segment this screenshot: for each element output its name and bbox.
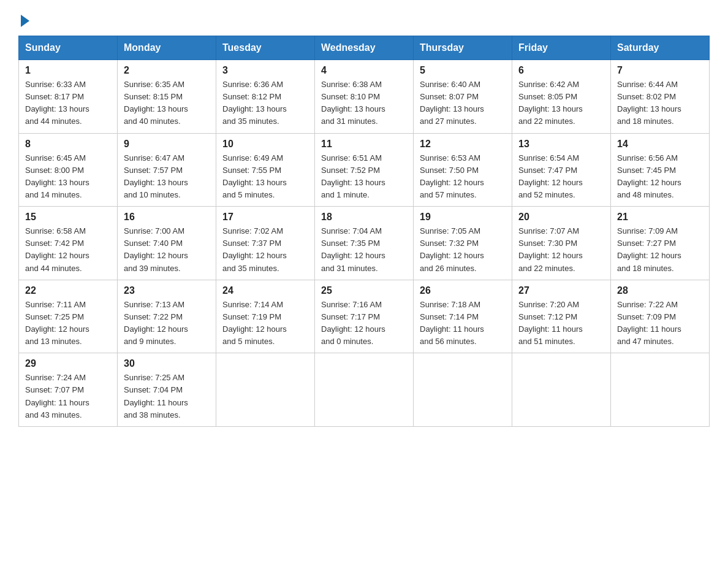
day-info: Sunrise: 7:20 AMSunset: 7:12 PMDaylight:… [518, 300, 583, 346]
day-info: Sunrise: 7:07 AMSunset: 7:30 PMDaylight:… [518, 226, 583, 272]
calendar-cell [315, 353, 414, 427]
day-info: Sunrise: 6:51 AMSunset: 7:52 PMDaylight:… [321, 153, 385, 199]
calendar-cell: 30 Sunrise: 7:25 AMSunset: 7:04 PMDaylig… [118, 353, 216, 427]
calendar-cell: 1 Sunrise: 6:33 AMSunset: 8:17 PMDayligh… [19, 60, 118, 134]
day-number: 5 [420, 65, 506, 76]
calendar-cell: 17 Sunrise: 7:02 AMSunset: 7:37 PMDaylig… [216, 207, 315, 280]
calendar-cell: 11 Sunrise: 6:51 AMSunset: 7:52 PMDaylig… [315, 133, 414, 207]
day-info: Sunrise: 7:00 AMSunset: 7:40 PMDaylight:… [124, 226, 188, 272]
day-info: Sunrise: 6:35 AMSunset: 8:15 PMDaylight:… [124, 80, 188, 126]
day-info: Sunrise: 6:56 AMSunset: 7:45 PMDaylight:… [617, 153, 681, 199]
day-number: 1 [25, 65, 111, 76]
day-info: Sunrise: 6:45 AMSunset: 8:00 PMDaylight:… [25, 153, 89, 199]
calendar-cell [512, 353, 611, 427]
calendar-cell: 10 Sunrise: 6:49 AMSunset: 7:55 PMDaylig… [216, 133, 315, 207]
day-number: 6 [518, 65, 604, 76]
calendar-cell [216, 353, 315, 427]
day-info: Sunrise: 6:44 AMSunset: 8:02 PMDaylight:… [617, 80, 681, 126]
day-info: Sunrise: 6:47 AMSunset: 7:57 PMDaylight:… [124, 153, 188, 199]
day-number: 24 [222, 285, 308, 296]
day-header-friday: Friday [512, 36, 611, 60]
day-number: 16 [124, 212, 210, 223]
day-info: Sunrise: 6:40 AMSunset: 8:07 PMDaylight:… [420, 80, 484, 126]
day-number: 20 [518, 212, 604, 223]
calendar-cell: 16 Sunrise: 7:00 AMSunset: 7:40 PMDaylig… [118, 207, 216, 280]
day-info: Sunrise: 6:33 AMSunset: 8:17 PMDaylight:… [25, 80, 89, 126]
day-header-wednesday: Wednesday [315, 36, 414, 60]
week-row-5: 29 Sunrise: 7:24 AMSunset: 7:07 PMDaylig… [19, 353, 710, 427]
day-number: 11 [321, 139, 407, 150]
day-number: 14 [617, 139, 703, 150]
day-info: Sunrise: 7:13 AMSunset: 7:22 PMDaylight:… [124, 300, 188, 346]
calendar-cell: 25 Sunrise: 7:16 AMSunset: 7:17 PMDaylig… [315, 280, 414, 353]
week-row-1: 1 Sunrise: 6:33 AMSunset: 8:17 PMDayligh… [19, 60, 710, 134]
day-number: 27 [518, 285, 604, 296]
calendar-cell: 8 Sunrise: 6:45 AMSunset: 8:00 PMDayligh… [19, 133, 118, 207]
day-number: 9 [124, 139, 210, 150]
calendar-cell: 3 Sunrise: 6:36 AMSunset: 8:12 PMDayligh… [216, 60, 315, 134]
day-number: 8 [25, 139, 111, 150]
calendar-cell: 24 Sunrise: 7:14 AMSunset: 7:19 PMDaylig… [216, 280, 315, 353]
calendar-cell: 2 Sunrise: 6:35 AMSunset: 8:15 PMDayligh… [118, 60, 216, 134]
page-header [18, 12, 710, 25]
day-number: 7 [617, 65, 703, 76]
calendar-cell [414, 353, 512, 427]
day-info: Sunrise: 6:36 AMSunset: 8:12 PMDaylight:… [222, 80, 287, 126]
day-info: Sunrise: 6:42 AMSunset: 8:05 PMDaylight:… [518, 80, 583, 126]
day-info: Sunrise: 7:05 AMSunset: 7:32 PMDaylight:… [420, 226, 484, 272]
calendar-cell: 9 Sunrise: 6:47 AMSunset: 7:57 PMDayligh… [118, 133, 216, 207]
day-info: Sunrise: 7:09 AMSunset: 7:27 PMDaylight:… [617, 226, 681, 272]
day-number: 25 [321, 285, 407, 296]
day-number: 10 [222, 139, 308, 150]
day-number: 19 [420, 212, 506, 223]
week-row-3: 15 Sunrise: 6:58 AMSunset: 7:42 PMDaylig… [19, 207, 710, 280]
calendar-cell: 21 Sunrise: 7:09 AMSunset: 7:27 PMDaylig… [611, 207, 710, 280]
logo [18, 12, 29, 25]
calendar-cell: 27 Sunrise: 7:20 AMSunset: 7:12 PMDaylig… [512, 280, 611, 353]
day-info: Sunrise: 6:58 AMSunset: 7:42 PMDaylight:… [25, 226, 89, 272]
calendar-cell: 28 Sunrise: 7:22 AMSunset: 7:09 PMDaylig… [611, 280, 710, 353]
day-number: 28 [617, 285, 703, 296]
calendar-cell: 19 Sunrise: 7:05 AMSunset: 7:32 PMDaylig… [414, 207, 512, 280]
calendar-cell: 6 Sunrise: 6:42 AMSunset: 8:05 PMDayligh… [512, 60, 611, 134]
day-header-saturday: Saturday [611, 36, 710, 60]
day-info: Sunrise: 6:54 AMSunset: 7:47 PMDaylight:… [518, 153, 583, 199]
day-info: Sunrise: 7:18 AMSunset: 7:14 PMDaylight:… [420, 300, 484, 346]
calendar-cell [611, 353, 710, 427]
calendar-cell: 15 Sunrise: 6:58 AMSunset: 7:42 PMDaylig… [19, 207, 118, 280]
day-info: Sunrise: 7:25 AMSunset: 7:04 PMDaylight:… [124, 373, 188, 419]
calendar-cell: 29 Sunrise: 7:24 AMSunset: 7:07 PMDaylig… [19, 353, 118, 427]
day-header-thursday: Thursday [414, 36, 512, 60]
day-header-monday: Monday [118, 36, 216, 60]
calendar-cell: 12 Sunrise: 6:53 AMSunset: 7:50 PMDaylig… [414, 133, 512, 207]
calendar-cell: 22 Sunrise: 7:11 AMSunset: 7:25 PMDaylig… [19, 280, 118, 353]
week-row-4: 22 Sunrise: 7:11 AMSunset: 7:25 PMDaylig… [19, 280, 710, 353]
calendar-cell: 18 Sunrise: 7:04 AMSunset: 7:35 PMDaylig… [315, 207, 414, 280]
day-info: Sunrise: 7:02 AMSunset: 7:37 PMDaylight:… [222, 226, 287, 272]
day-header-tuesday: Tuesday [216, 36, 315, 60]
week-row-2: 8 Sunrise: 6:45 AMSunset: 8:00 PMDayligh… [19, 133, 710, 207]
day-number: 23 [124, 285, 210, 296]
calendar-cell: 20 Sunrise: 7:07 AMSunset: 7:30 PMDaylig… [512, 207, 611, 280]
day-info: Sunrise: 7:16 AMSunset: 7:17 PMDaylight:… [321, 300, 385, 346]
calendar-cell: 14 Sunrise: 6:56 AMSunset: 7:45 PMDaylig… [611, 133, 710, 207]
logo-arrow-icon [21, 15, 29, 27]
day-number: 30 [124, 358, 210, 369]
day-number: 21 [617, 212, 703, 223]
day-info: Sunrise: 6:53 AMSunset: 7:50 PMDaylight:… [420, 153, 484, 199]
day-number: 22 [25, 285, 111, 296]
day-headers-row: SundayMondayTuesdayWednesdayThursdayFrid… [19, 36, 710, 60]
day-number: 17 [222, 212, 308, 223]
day-info: Sunrise: 6:38 AMSunset: 8:10 PMDaylight:… [321, 80, 385, 126]
calendar-cell: 7 Sunrise: 6:44 AMSunset: 8:02 PMDayligh… [611, 60, 710, 134]
calendar-cell: 23 Sunrise: 7:13 AMSunset: 7:22 PMDaylig… [118, 280, 216, 353]
day-info: Sunrise: 7:24 AMSunset: 7:07 PMDaylight:… [25, 373, 89, 419]
calendar-cell: 26 Sunrise: 7:18 AMSunset: 7:14 PMDaylig… [414, 280, 512, 353]
calendar-table: SundayMondayTuesdayWednesdayThursdayFrid… [18, 36, 710, 427]
day-number: 4 [321, 65, 407, 76]
day-number: 12 [420, 139, 506, 150]
day-info: Sunrise: 7:11 AMSunset: 7:25 PMDaylight:… [25, 300, 89, 346]
day-info: Sunrise: 7:04 AMSunset: 7:35 PMDaylight:… [321, 226, 385, 272]
day-number: 3 [222, 65, 308, 76]
day-info: Sunrise: 7:22 AMSunset: 7:09 PMDaylight:… [617, 300, 681, 346]
